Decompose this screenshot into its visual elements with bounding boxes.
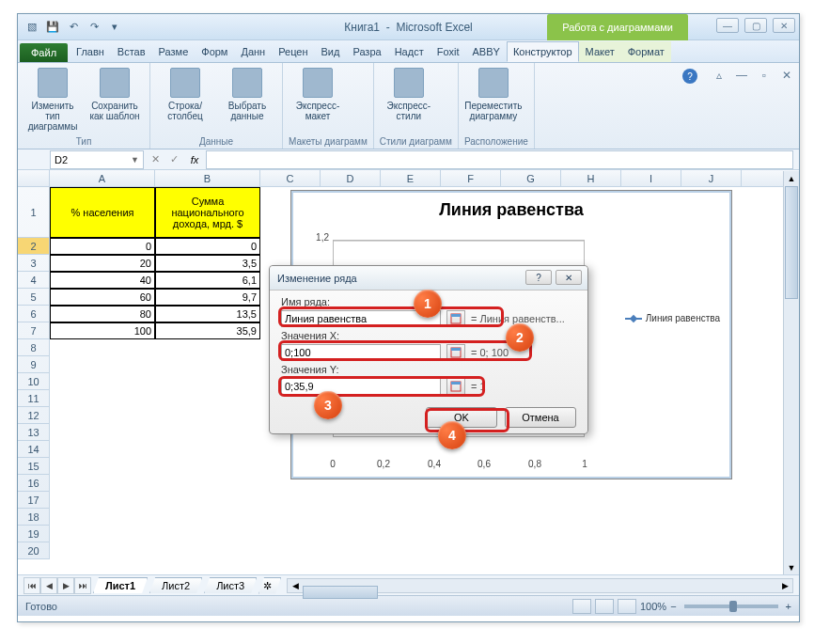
switch-row-col-button[interactable]: Строка/столбец [156, 66, 214, 121]
tab-abbyy[interactable]: ABBY [466, 41, 507, 62]
sheet-nav-first-icon[interactable]: ⏮ [23, 577, 40, 594]
row-header[interactable]: 20 [18, 542, 50, 559]
row-header[interactable]: 6 [18, 306, 50, 322]
scroll-right-icon[interactable]: ▶ [777, 581, 792, 590]
new-sheet-tab[interactable]: ✲ [258, 577, 281, 594]
accept-formula-icon[interactable]: ✓ [164, 153, 183, 165]
formula-input[interactable] [206, 150, 793, 169]
tab-chart-format[interactable]: Формат [621, 41, 671, 62]
tab-addins[interactable]: Надст [388, 41, 430, 62]
cell[interactable]: 20 [50, 255, 155, 272]
quick-styles-button[interactable]: Экспресс-стили [380, 66, 438, 121]
cell[interactable]: 3,5 [155, 255, 260, 272]
file-tab[interactable]: Файл [20, 43, 68, 62]
scroll-up-icon[interactable]: ▲ [784, 171, 799, 186]
save-template-button[interactable]: Сохранить как шаблон [86, 66, 144, 132]
row-header[interactable]: 5 [18, 289, 50, 306]
row-header[interactable]: 13 [18, 424, 50, 441]
save-icon[interactable]: 💾 [44, 19, 61, 36]
tab-page-layout[interactable]: Разме [152, 41, 196, 62]
undo-icon[interactable]: ↶ [65, 19, 82, 36]
close-button[interactable]: ✕ [773, 18, 795, 33]
column-header[interactable]: B [155, 170, 260, 186]
column-header[interactable]: J [681, 170, 742, 186]
redo-icon[interactable]: ↷ [86, 19, 102, 36]
zoom-out-icon[interactable]: − [670, 601, 676, 612]
column-header[interactable]: C [260, 170, 321, 186]
row-header[interactable]: 11 [18, 390, 50, 407]
row-header[interactable]: 16 [18, 475, 50, 492]
name-box[interactable]: D2▼ [50, 150, 144, 169]
row-header[interactable]: 9 [18, 356, 50, 373]
column-header[interactable]: F [441, 170, 501, 186]
qat-dropdown-icon[interactable]: ▾ [106, 19, 123, 36]
view-normal-button[interactable] [572, 599, 591, 614]
zoom-in-icon[interactable]: + [786, 601, 791, 612]
column-header[interactable]: D [321, 170, 381, 186]
doc-minimize-icon[interactable]: — [735, 69, 748, 82]
zoom-slider[interactable] [684, 605, 778, 608]
range-picker-button[interactable] [446, 344, 465, 361]
chart-title[interactable]: Линия равенства [291, 191, 731, 224]
row-header[interactable]: 18 [18, 509, 50, 526]
cell[interactable]: 40 [50, 272, 155, 289]
tab-formulas[interactable]: Форм [195, 41, 234, 62]
cell[interactable]: 0 [50, 238, 155, 255]
cell[interactable]: 13,5 [155, 306, 260, 322]
view-page-layout-button[interactable] [595, 599, 614, 614]
column-header[interactable]: I [621, 170, 681, 186]
row-header[interactable]: 2 [18, 238, 50, 255]
cancel-button[interactable]: Отмена [505, 407, 576, 428]
row-header[interactable]: 19 [18, 526, 50, 542]
dialog-help-button[interactable]: ? [525, 270, 552, 285]
sheet-tab-1[interactable]: Лист1 [93, 577, 148, 593]
chart-legend[interactable]: Линия равенства [625, 313, 720, 323]
sheet-nav-prev-icon[interactable]: ◀ [40, 577, 57, 594]
sheet-tab-2[interactable]: Лист2 [149, 577, 202, 593]
x-values-input[interactable] [281, 344, 441, 361]
column-header[interactable]: A [50, 170, 155, 186]
dialog-close-button[interactable]: ✕ [556, 270, 582, 285]
move-chart-button[interactable]: Переместить диаграмму [464, 66, 523, 121]
scroll-thumb[interactable] [303, 586, 378, 599]
cell[interactable]: 0 [155, 238, 260, 255]
tab-view[interactable]: Вид [315, 41, 347, 62]
help-icon[interactable]: ? [682, 69, 697, 84]
column-header[interactable]: E [381, 170, 441, 186]
cell[interactable]: 6,1 [155, 272, 260, 289]
tab-foxit[interactable]: Foxit [430, 41, 466, 62]
column-header[interactable]: G [501, 170, 561, 186]
cell[interactable]: 100 [50, 322, 155, 339]
sheet-nav-next-icon[interactable]: ▶ [57, 577, 74, 594]
quick-layout-button[interactable]: Экспресс-макет [289, 66, 347, 121]
tab-data[interactable]: Данн [234, 41, 272, 62]
fx-icon[interactable]: fx [183, 154, 206, 165]
tab-chart-layout[interactable]: Макет [579, 41, 621, 62]
y-values-input[interactable] [281, 378, 441, 395]
row-header[interactable]: 15 [18, 458, 50, 475]
row-header[interactable]: 17 [18, 492, 50, 509]
row-header[interactable]: 1 [18, 187, 50, 238]
change-chart-type-button[interactable]: Изменить тип диаграммы [23, 66, 82, 132]
scroll-left-icon[interactable]: ◀ [288, 581, 303, 590]
select-all-corner[interactable] [18, 170, 50, 186]
horizontal-scrollbar[interactable]: ◀ ▶ [287, 578, 793, 593]
ribbon-collapse-icon[interactable]: ▵ [712, 69, 726, 82]
cell[interactable]: 9,7 [155, 289, 260, 306]
vertical-scrollbar[interactable]: ▲ ▼ [783, 171, 799, 575]
row-header[interactable]: 10 [18, 373, 50, 390]
cancel-formula-icon[interactable]: ✕ [146, 153, 164, 165]
doc-restore-icon[interactable]: ▫ [758, 69, 771, 82]
sheet-nav-last-icon[interactable]: ⏭ [74, 577, 91, 594]
column-header[interactable]: H [561, 170, 621, 186]
maximize-button[interactable]: ▢ [744, 18, 767, 33]
row-header[interactable]: 3 [18, 255, 50, 272]
select-data-button[interactable]: Выбрать данные [218, 66, 276, 121]
dialog-title-bar[interactable]: Изменение ряда ? ✕ [270, 266, 587, 291]
zoom-slider-thumb[interactable] [729, 601, 737, 612]
tab-review[interactable]: Рецен [272, 41, 314, 62]
name-box-dropdown-icon[interactable]: ▼ [131, 155, 139, 165]
row-header[interactable]: 14 [18, 441, 50, 458]
scroll-down-icon[interactable]: ▼ [784, 560, 799, 575]
sheet-tab-3[interactable]: Лист3 [204, 577, 257, 593]
